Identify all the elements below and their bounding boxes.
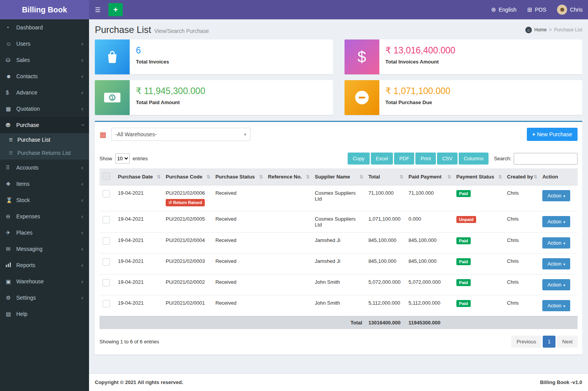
user-menu[interactable]: ☻Chris xyxy=(552,0,588,19)
sidebar-item-messaging[interactable]: ✉Messaging‹ xyxy=(0,241,89,257)
list-icon: ☰ xyxy=(9,137,17,142)
action-button[interactable]: Action▾ xyxy=(542,190,570,201)
sidebar-item-places[interactable]: ✈Places‹ xyxy=(0,225,89,241)
csv-button[interactable]: CSV xyxy=(437,153,458,165)
breadcrumb-separator: > xyxy=(549,27,552,33)
cell-purchase-date: 19-04-2021 xyxy=(115,254,163,274)
sidebar-toggle-button[interactable]: ☰ xyxy=(89,0,106,19)
page-number-button[interactable]: 1 xyxy=(543,336,555,348)
copy-button[interactable]: Copy xyxy=(348,153,369,165)
sidebar-item-label: Accounts xyxy=(16,165,39,171)
pos-label: POS xyxy=(535,7,547,13)
row-checkbox[interactable] xyxy=(103,300,110,307)
warehouse-select[interactable]: -All Warehouses- ▾ xyxy=(111,128,250,141)
warehouse-icon: ▣ xyxy=(6,278,16,285)
sidebar-item-label: Sales xyxy=(16,57,30,63)
page-length-select[interactable]: 10 xyxy=(115,153,130,164)
export-buttons: Copy Excel PDF Print CSV Columns xyxy=(348,153,489,165)
row-checkbox[interactable] xyxy=(103,237,110,245)
row-checkbox[interactable] xyxy=(103,190,110,197)
column-header-payment-status[interactable]: Payment Status⇅ xyxy=(453,168,504,185)
column-header-purchase-date[interactable]: Purchase Date⇅ xyxy=(115,168,163,185)
column-header-created-by[interactable]: Created by⇅ xyxy=(504,168,539,185)
column-header-purchase-code[interactable]: Purchase Code⇅ xyxy=(163,168,212,185)
cell-supplier-name: John Smith xyxy=(312,295,365,316)
action-button[interactable]: Action▾ xyxy=(542,237,570,249)
select-all-checkbox[interactable] xyxy=(103,172,110,180)
sidebar-item-purchase-returns-list[interactable]: ☰Purchase Returns List xyxy=(0,146,89,159)
sidebar-item-users[interactable]: ☺Users‹ xyxy=(0,36,89,52)
payment-status-badge: Paid xyxy=(456,300,471,307)
sidebar-item-stock[interactable]: ⌛Stock‹ xyxy=(0,192,89,208)
sidebar-item-label: Reports xyxy=(16,262,35,268)
sidebar-item-accounts[interactable]: ⠿Accounts‹ xyxy=(0,159,89,176)
columns-button[interactable]: Columns xyxy=(459,153,489,165)
sidebar-item-warehouse[interactable]: ▣Warehouse‹ xyxy=(0,273,89,290)
sidebar-item-purchase[interactable]: ⛃Purchase‹ xyxy=(0,117,89,133)
cell-created-by: Chris xyxy=(504,211,539,233)
sidebar-item-expenses[interactable]: ⊖Expenses‹ xyxy=(0,208,89,225)
action-button[interactable]: Action▾ xyxy=(542,258,570,269)
column-header-paid-payment[interactable]: Paid Payment⇅ xyxy=(405,168,453,185)
language-label: English xyxy=(499,7,516,13)
sidebar-item-quotation[interactable]: ▦Quotation‹ xyxy=(0,101,89,117)
cell-total: 71,100.000 xyxy=(365,185,406,211)
pos-button[interactable]: ⊞POS xyxy=(522,0,552,19)
column-header-purchase-status[interactable]: Purchase Status⇅ xyxy=(212,168,265,185)
new-purchase-label: New Purchase xyxy=(537,131,572,137)
column-header-total[interactable]: Total⇅ xyxy=(365,168,406,185)
sidebar-item-label: Settings xyxy=(16,295,36,301)
action-button[interactable]: Action▾ xyxy=(542,300,570,311)
action-button[interactable]: Action▾ xyxy=(542,279,570,290)
row-checkbox[interactable] xyxy=(103,216,110,223)
table-footer-row: Total 13016400.000 11945300.000 xyxy=(99,316,578,329)
sidebar-item-items[interactable]: ❖Items‹ xyxy=(0,176,89,192)
app-logo[interactable]: Billing Book xyxy=(0,0,89,19)
cell-purchase-date: 19-04-2021 xyxy=(115,233,163,254)
column-header-reference-no[interactable]: Reference No.⇅ xyxy=(265,168,312,185)
sidebar-item-contacts[interactable]: ☻Contacts‹ xyxy=(0,68,89,84)
sidebar-item-advance[interactable]: $Advance‹ xyxy=(0,84,89,101)
sidebar-item-label: Quotation xyxy=(16,106,40,112)
caret-down-icon: ▾ xyxy=(563,194,565,198)
search-input[interactable] xyxy=(514,153,578,165)
breadcrumb-home-link[interactable]: Home xyxy=(534,27,547,33)
sidebar: ◔Dashboard ☺Users‹ ⛁Sales‹ ☻Contacts‹ $A… xyxy=(0,19,89,391)
sidebar-item-label: Help xyxy=(16,311,27,317)
stat-label: Total Invoices Amount xyxy=(386,59,456,65)
language-menu[interactable]: ⊛English xyxy=(486,0,522,19)
row-checkbox[interactable] xyxy=(103,258,110,266)
payment-status-badge: Unpaid xyxy=(456,216,476,223)
purchase-submenu: ☰Purchase List ☰Purchase Returns List xyxy=(0,133,89,159)
row-checkbox[interactable] xyxy=(103,279,110,286)
expenses-icon: ⊖ xyxy=(6,213,16,220)
sidebar-item-sales[interactable]: ⛁Sales‹ xyxy=(0,52,89,68)
column-header-supplier-name[interactable]: Supplier Name⇅ xyxy=(312,168,365,185)
sidebar-item-reports[interactable]: Reports‹ xyxy=(0,257,89,273)
sidebar-item-purchase-list[interactable]: ☰Purchase List xyxy=(0,133,89,146)
sort-icon: ⇅ xyxy=(259,174,263,180)
hamburger-icon: ☰ xyxy=(95,7,100,13)
next-page-button[interactable]: Next xyxy=(557,336,578,348)
sidebar-item-help[interactable]: ▤Help xyxy=(0,306,89,322)
excel-button[interactable]: Excel xyxy=(371,153,393,165)
quick-add-button[interactable]: + xyxy=(108,3,123,16)
cell-purchase-status: Received xyxy=(212,211,265,233)
sidebar-item-dashboard[interactable]: ◔Dashboard xyxy=(0,19,89,36)
previous-page-button[interactable]: Previous xyxy=(511,336,541,348)
table-info: Showing 1 to 6 of 6 entries xyxy=(99,339,159,345)
print-button[interactable]: Print xyxy=(415,153,436,165)
chevron-left-icon: ‹ xyxy=(81,74,83,78)
stat-value: 6 xyxy=(136,45,169,56)
cell-created-by: Chris xyxy=(504,254,539,274)
book-icon: ▤ xyxy=(6,311,16,317)
cell-purchase-code: PU/2021/02/0002 xyxy=(163,274,212,295)
cell-reference-no xyxy=(265,254,312,274)
new-purchase-button[interactable]: +New Purchase xyxy=(527,128,578,141)
sort-icon: ⇅ xyxy=(206,174,210,180)
return-icon: ↺ xyxy=(168,200,173,205)
contacts-icon: ☻ xyxy=(6,73,16,79)
sidebar-item-settings[interactable]: ⚙Settings‹ xyxy=(0,290,89,306)
action-button[interactable]: Action▾ xyxy=(542,216,570,227)
pdf-button[interactable]: PDF xyxy=(394,153,414,165)
